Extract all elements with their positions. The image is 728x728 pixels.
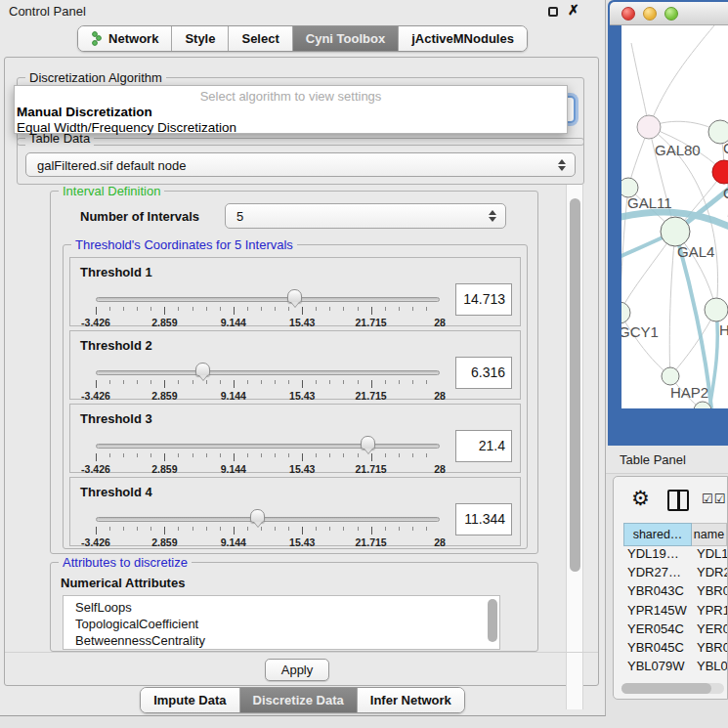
control-panel-titlebar: Control Panel ✗ [0, 0, 605, 21]
threshold-2-slider[interactable]: -3.426 2.859 9.144 15.43 21.715 28 [96, 368, 440, 398]
threshold-2-value-field[interactable]: 6.316 [455, 357, 512, 389]
threshold-3-slider[interactable]: -3.426 2.859 9.144 15.43 21.715 28 [96, 442, 440, 471]
discretization-algorithm-group-title: Discretization Algorithm [25, 70, 166, 85]
node-label: GAL4 [677, 243, 714, 260]
checkbox-icons[interactable]: ☑☑ [702, 492, 726, 506]
list-scrollbar[interactable] [488, 599, 497, 642]
apply-button[interactable]: Apply [265, 659, 329, 681]
threshold-4-value-field[interactable]: 11.344 [455, 503, 512, 535]
table-row[interactable]: YER054C YER0 [623, 621, 727, 640]
num-intervals-value: 5 [236, 209, 243, 224]
control-panel-window: Control Panel ✗ Network Style Select [0, 0, 606, 716]
main-scrollbar[interactable] [566, 185, 583, 709]
interval-definition-group: Interval Definition Number of Intervals … [50, 191, 538, 554]
node-gal4[interactable] [661, 217, 690, 246]
numerical-attributes-list[interactable]: SelfLoops TopologicalCoefficient Between… [63, 595, 500, 650]
combo-stepper-icon [558, 159, 567, 171]
close-traffic-light-icon[interactable] [621, 7, 635, 21]
algorithm-dropdown-popup: Select algorithm to view settings Manual… [14, 85, 568, 134]
tab-cyni-toolbox[interactable]: Cyni Toolbox [293, 26, 399, 51]
threshold-3-panel: Threshold 3 -3.426 2.859 9.144 15.43 21.… [69, 404, 521, 473]
network-window-titlebar[interactable] [610, 2, 728, 25]
tab-impute-data[interactable]: Impute Data [141, 688, 239, 712]
table-horizontal-scrollbar-thumb[interactable] [621, 683, 711, 694]
node-h[interactable] [705, 298, 728, 321]
table-row[interactable]: YDL19… YDL1 [623, 546, 727, 565]
table-data-combobox[interactable]: galFiltered.sif default node [25, 152, 576, 177]
table-row[interactable]: YBL079W YBL0 [623, 659, 727, 677]
network-graph: GAL80 G C GAL11 GAL4 GCY1 H HAP2 [621, 25, 728, 408]
table-panel-title: Table Panel [620, 452, 686, 467]
threshold-4-panel: Threshold 4 -3.426 2.859 9.144 15.43 21.… [69, 477, 521, 546]
zoom-traffic-light-icon[interactable] [664, 7, 678, 21]
tab-select[interactable]: Select [229, 26, 292, 51]
node-pink[interactable] [637, 115, 661, 139]
threshold-coordinates-title: Threshold's Coordinates for 5 Intervals [71, 237, 297, 252]
gear-icon[interactable]: ⚙ [631, 487, 650, 510]
node-gcy1[interactable] [621, 302, 630, 323]
slider-thumb[interactable] [250, 509, 265, 523]
table-row[interactable]: YPR145W YPR1 [623, 603, 727, 621]
table-panel-body: ⚙ ☑☑ shared… name YDL19… YDL1 YDR27… YDR… [613, 476, 728, 700]
dropdown-option-equal-width[interactable]: Equal Width/Frequency Discretization [17, 120, 236, 135]
minimize-traffic-light-icon[interactable] [643, 7, 657, 21]
dropdown-placeholder: Select algorithm to view settings [15, 89, 567, 104]
node-label: HAP2 [670, 384, 708, 401]
dropdown-option-manual[interactable]: Manual Discretization [17, 105, 152, 119]
table-row[interactable]: YLR345W YLR3 [623, 677, 727, 679]
node-label: GAL11 [627, 194, 672, 211]
node-label: H [719, 321, 728, 338]
table-horizontal-scrollbar[interactable] [621, 683, 724, 694]
table-row[interactable]: YBR045C YBR0 [623, 640, 727, 659]
network-canvas[interactable]: GAL80 G C GAL11 GAL4 GCY1 H HAP2 [621, 25, 728, 408]
column-header-shared[interactable]: shared… [623, 523, 692, 546]
float-window-icon[interactable] [548, 7, 558, 17]
table-data-group: Table Data galFiltered.sif default node [17, 138, 584, 185]
table-row[interactable]: YDR27… YDR2 [623, 565, 727, 583]
slider-thumb[interactable] [195, 363, 210, 376]
tab-style[interactable]: Style [172, 26, 229, 51]
network-icon [91, 31, 104, 46]
tab-network-label: Network [108, 31, 158, 46]
slider-track[interactable] [96, 297, 440, 302]
node-hap2[interactable] [662, 367, 679, 385]
close-icon[interactable]: ✗ [568, 2, 579, 18]
node-label: GCY1 [621, 323, 659, 340]
list-item[interactable]: BetweennessCentrality [64, 632, 499, 649]
numerical-attributes-label: Numerical Attributes [61, 576, 185, 590]
top-tab-bar: Network Style Select Cyni Toolbox jActiv… [0, 25, 605, 52]
column-layout-icon[interactable] [667, 490, 689, 511]
apply-strip: Apply [5, 652, 598, 686]
list-item[interactable]: TopologicalCoefficient [64, 616, 499, 632]
tab-infer-network[interactable]: Infer Network [358, 688, 464, 712]
threshold-coordinates-group: Threshold's Coordinates for 5 Intervals … [63, 244, 528, 549]
node-label: C [723, 185, 728, 201]
node-label: GAL80 [655, 142, 701, 158]
list-item[interactable]: SelfLoops [64, 596, 499, 616]
num-intervals-label: Number of Intervals [80, 209, 199, 224]
slider-track[interactable] [96, 517, 440, 522]
slider-track[interactable] [96, 444, 440, 449]
threshold-3-value-field[interactable]: 21.4 [455, 430, 512, 462]
threshold-4-slider[interactable]: -3.426 2.859 9.144 15.43 21.715 28 [96, 515, 440, 544]
tab-discretize-data[interactable]: Discretize Data [240, 688, 358, 712]
slider-track[interactable] [96, 370, 440, 375]
table-header-row: shared… name [623, 523, 727, 546]
threshold-1-slider[interactable]: -3.426 2.859 9.144 15.43 21.715 28 [96, 295, 440, 324]
table-data-selected: galFiltered.sif default node [37, 157, 186, 172]
cyni-content-panel: Discretization Algorithm Table Data galF… [4, 57, 599, 686]
interval-definition-title: Interval Definition [59, 185, 164, 198]
threshold-1-value-field[interactable]: 14.713 [455, 283, 512, 316]
slider-thumb[interactable] [361, 436, 375, 450]
network-view-window: GAL80 G C GAL11 GAL4 GCY1 H HAP2 [608, 0, 728, 446]
column-header-name[interactable]: name [692, 523, 727, 546]
slider-thumb[interactable] [287, 289, 302, 303]
table-row[interactable]: YBR043C YBR0 [623, 583, 727, 602]
panel-title: Control Panel [9, 4, 86, 19]
tab-jactivemnodules[interactable]: jActiveMNodules [399, 26, 527, 51]
num-intervals-combobox[interactable]: 5 [225, 203, 506, 229]
table-panel-strip: Table Panel [606, 446, 728, 474]
main-scrollbar-thumb[interactable] [570, 198, 580, 572]
threshold-1-panel: Threshold 1 -3.426 2.859 9.144 15.43 21.… [69, 257, 521, 326]
tab-network[interactable]: Network [78, 26, 172, 51]
